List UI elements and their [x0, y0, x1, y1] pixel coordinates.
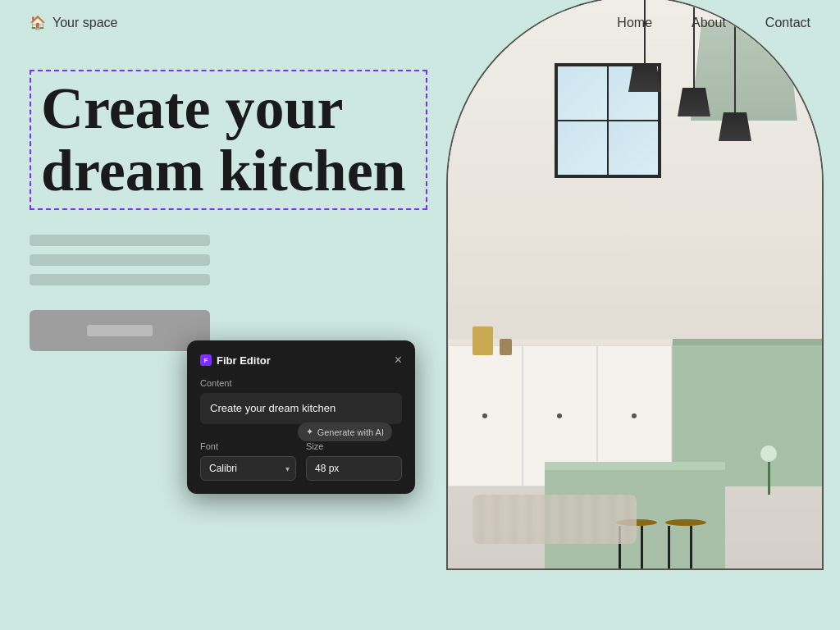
nav-link-contact[interactable]: Contact [765, 16, 810, 30]
nav-link-about[interactable]: About [692, 16, 726, 30]
fibr-size-input[interactable] [306, 456, 402, 481]
pendant-shade-2 [678, 88, 710, 116]
fibr-size-col: Size [306, 441, 402, 481]
window-pane-1 [557, 66, 608, 121]
stool-leg-1b [690, 526, 692, 570]
logo[interactable]: 🏠 Your space [30, 15, 117, 30]
logo-text: Your space [52, 16, 117, 30]
kitchen-image-panel [413, 0, 840, 630]
fibr-editor-title-text: Fibr Editor [217, 354, 271, 367]
fibr-content-box[interactable]: Create your dream kitchen ✦ Generate wit… [200, 393, 402, 424]
hero-heading-selected[interactable]: Create yourdream kitchen [30, 70, 427, 210]
stool-seat-1 [665, 519, 706, 526]
left-panel: Create yourdream kitchen F Fibr Editor ×… [0, 45, 443, 609]
fibr-font-col: Font Calibri Georgia Arial Helvetica Tim… [200, 441, 296, 481]
navbar: 🏠 Your space Home About Contact [0, 0, 840, 45]
ai-spark-icon: ✦ [306, 427, 313, 437]
pendant-shade-1 [628, 63, 661, 92]
flower-head [760, 445, 777, 462]
skeleton-content [30, 235, 413, 285]
fibr-font-label: Font [200, 441, 296, 451]
skeleton-line-1 [30, 235, 210, 246]
cta-button-label-skeleton [87, 325, 153, 336]
fibr-font-size-row: Font Calibri Georgia Arial Helvetica Tim… [200, 441, 402, 481]
arch-photo [446, 0, 824, 570]
hero-heading-text: Create yourdream kitchen [41, 75, 406, 203]
cabinet-door-1 [448, 345, 523, 486]
counter-items [472, 326, 512, 355]
counter-item-small [500, 339, 512, 355]
fibr-font-select[interactable]: Calibri Georgia Arial Helvetica Times Ne… [200, 456, 296, 481]
nav-link-home[interactable]: Home [617, 16, 652, 30]
window-pane-4 [608, 121, 659, 176]
fibr-content-value: Create your dream kitchen [210, 401, 392, 416]
stool-leg-1a [668, 526, 670, 570]
fibr-editor-header: F Fibr Editor × [200, 354, 402, 367]
fibr-generate-ai-label: Generate with AI [317, 427, 384, 437]
fibr-editor-close-button[interactable]: × [395, 354, 402, 367]
fibr-editor-title: F Fibr Editor [200, 354, 271, 367]
cutting-board [472, 326, 493, 355]
fibr-content-label: Content [200, 378, 402, 388]
window-pane-3 [557, 121, 608, 176]
counter-flowers [756, 445, 781, 486]
kitchen-illustration [448, 0, 822, 568]
fibr-size-label: Size [306, 441, 402, 451]
cta-button[interactable] [30, 310, 210, 351]
skeleton-line-2 [30, 254, 210, 266]
fibr-editor-popup: F Fibr Editor × Content Create your drea… [187, 340, 415, 494]
flower-stem [768, 462, 770, 495]
stool-legs-1 [668, 526, 701, 570]
arch-container [446, 0, 840, 611]
stool-leg-2b [641, 526, 643, 570]
main-content: Create yourdream kitchen F Fibr Editor ×… [0, 45, 840, 609]
logo-icon: 🏠 [30, 15, 46, 30]
skeleton-line-3 [30, 274, 210, 285]
floor-rug [472, 495, 637, 544]
pendant-shade-3 [719, 112, 751, 141]
fibr-generate-ai-button[interactable]: ✦ Generate with AI [298, 422, 392, 441]
fibr-font-select-wrapper: Calibri Georgia Arial Helvetica Times Ne… [200, 456, 296, 481]
nav-links: Home About Contact [617, 16, 810, 30]
stool-1 [664, 519, 709, 570]
fibr-logo-icon: F [200, 354, 212, 366]
